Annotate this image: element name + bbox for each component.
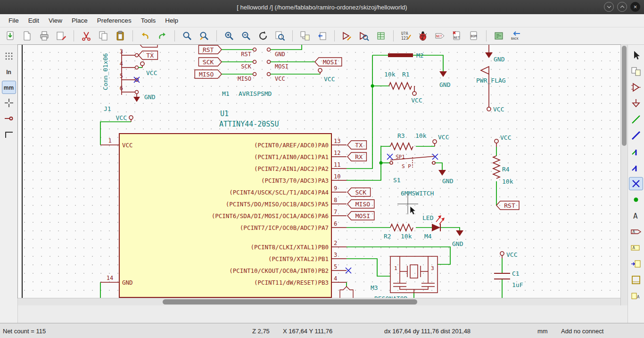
place-bus-button[interactable]	[629, 129, 643, 142]
erc-button[interactable]	[416, 29, 429, 42]
place-power-port-button[interactable]	[629, 97, 643, 110]
component-m3-resonator[interactable]: 1 3 M3 RESONATOR	[371, 256, 438, 298]
paste-button[interactable]	[114, 29, 127, 42]
menu-item-help[interactable]: Help	[160, 15, 183, 26]
menu-item-edit[interactable]: Edit	[24, 15, 44, 26]
units-inches-button[interactable]: In	[2, 65, 16, 78]
redo-button[interactable]	[156, 29, 169, 42]
pin-number: 6	[120, 85, 123, 92]
pin-number: 14	[107, 275, 113, 281]
undo-button[interactable]	[139, 29, 152, 42]
svg-text:6MMSWITCH: 6MMSWITCH	[401, 190, 434, 197]
cut-button[interactable]	[80, 29, 93, 42]
netlist-button[interactable]: NET	[433, 29, 446, 42]
svg-text:S1: S1	[393, 177, 401, 184]
component-c1[interactable]: VCC C1 1uF	[494, 251, 523, 288]
hv-wire-mode-button[interactable]	[2, 127, 16, 141]
place-hierarchical-sheet-button[interactable]	[629, 273, 643, 287]
find-replace-button[interactable]	[198, 29, 211, 42]
pin-name: (PCINT4/USCK/SCL/T1/ADC4)PA4	[229, 189, 329, 196]
back-annotate-button[interactable]: BACK	[509, 29, 522, 42]
schematic-canvas[interactable]: U1 ATTINY44-20SSU 13(PCINT0/AREF/ADC0)PA…	[18, 45, 620, 298]
sheet-settings-button[interactable]	[21, 29, 34, 42]
zoom-in-button[interactable]	[223, 29, 236, 42]
copy-button[interactable]	[97, 29, 110, 42]
place-hierarchical-label-button[interactable]: A	[629, 241, 643, 254]
vertical-scrollbar[interactable]	[620, 45, 627, 305]
power-vcc-pin1[interactable]: VCC	[116, 114, 133, 122]
vertical-scrollbar-thumb[interactable]	[622, 46, 627, 146]
window-shade-button[interactable]	[604, 2, 614, 12]
clipped-label	[340, 287, 353, 298]
window-maximize-button[interactable]	[617, 2, 627, 12]
zoom-redraw-button[interactable]	[256, 29, 270, 42]
units-mm-button[interactable]: mm	[2, 81, 16, 94]
menu-item-place[interactable]: Place	[67, 15, 92, 26]
svg-text:R2: R2	[384, 233, 391, 240]
horizontal-scrollbar[interactable]	[18, 298, 620, 305]
eeschema-window: [ helloworld /] (/home/fablabo/ramiro-or…	[0, 0, 644, 338]
junction-dot	[380, 161, 383, 165]
place-component-button[interactable]	[629, 81, 643, 94]
find-button[interactable]	[181, 29, 194, 42]
power-flag[interactable]: GND PWR_FLAG VCC	[476, 45, 506, 113]
component-s1[interactable]: SP1 S P S1 6MMSWITCH GND	[387, 154, 454, 197]
global-label-text: MOSI	[323, 59, 338, 66]
save-button[interactable]	[4, 29, 17, 42]
edit-fields-button[interactable]	[374, 29, 388, 42]
library-editor-button[interactable]	[340, 29, 354, 42]
component-r3[interactable]: R3 10k VCC	[390, 132, 449, 150]
hierarchy-navigator-button[interactable]	[629, 65, 643, 78]
top-toolbar: U?A123NETNETBOMBACK	[0, 27, 644, 45]
pin-name: (PCINT6/SDA/DI/MOSI/OC1A/ADC6)PA6	[212, 212, 329, 220]
annotate-button[interactable]: U?A123	[399, 29, 413, 42]
print-button[interactable]	[38, 29, 51, 42]
menu-item-file[interactable]: File	[4, 15, 24, 26]
pcbnew-button[interactable]	[492, 29, 505, 42]
bus-to-bus-entry-button[interactable]	[629, 161, 643, 174]
svg-text:M1: M1	[222, 90, 230, 97]
component-m4-led[interactable]: LED M4 GND	[422, 214, 463, 247]
window-close-button[interactable]: ×	[630, 2, 640, 12]
menu-item-view[interactable]: View	[44, 15, 67, 26]
horizontal-scrollbar-thumb[interactable]	[163, 299, 417, 304]
bom-button[interactable]: BOM	[467, 29, 480, 42]
place-junction-button[interactable]	[629, 193, 643, 206]
select-tool-button[interactable]	[629, 49, 643, 62]
menu-item-preferences[interactable]: Preferences	[92, 15, 136, 26]
show-hidden-pins-button[interactable]	[2, 112, 16, 125]
zoom-out-button[interactable]	[239, 29, 253, 42]
status-units: mm	[537, 328, 548, 335]
svg-text:10k: 10k	[401, 233, 412, 240]
library-browser-button[interactable]	[357, 29, 371, 42]
place-net-label-button[interactable]: A	[629, 209, 643, 222]
menu-bar: FileEditViewPlacePreferencesToolsHelp	[0, 14, 644, 27]
wire-to-bus-entry-button[interactable]	[629, 145, 643, 158]
import-sheet-pin-button[interactable]	[629, 257, 643, 270]
component-j1[interactable]: Conn_01x06 J1 3TX4VCC56GND	[102, 45, 157, 112]
zoom-fit-button[interactable]	[273, 29, 287, 42]
component-u1[interactable]: U1 ATTINY44-20SSU 13(PCINT0/AREF/ADC0)PA…	[100, 110, 374, 298]
bottom-filler	[18, 305, 620, 323]
leave-sheet-button[interactable]	[315, 29, 329, 42]
grid-toggle-button[interactable]	[2, 50, 16, 63]
place-no-connect-button[interactable]	[629, 177, 643, 190]
menu-item-tools[interactable]: Tools	[136, 15, 161, 26]
place-sheet-pin-button[interactable]: A	[629, 289, 643, 303]
pin-name: GND	[275, 51, 285, 58]
plot-button[interactable]	[55, 29, 68, 42]
navigate-hierarchy-button[interactable]	[298, 29, 312, 42]
toolbar-separator	[132, 30, 133, 42]
cursor-shape-button[interactable]	[2, 96, 16, 110]
pwr-flag-symbol	[481, 67, 489, 74]
svg-text:SP1: SP1	[396, 154, 405, 160]
component-r4[interactable]: VCC R4 10k RST	[493, 134, 519, 210]
component-m1[interactable]: M1 AVRISPSMD RSTRSTSCKSCKMISOMISOGNDMOSI…	[195, 45, 342, 97]
svg-text:M4: M4	[424, 233, 432, 240]
cvpcb-button[interactable]: NET	[450, 29, 463, 42]
component-r1[interactable]: 10k R1 VCC	[384, 71, 422, 104]
component-r2[interactable]: R2 10k	[384, 224, 413, 240]
place-wire-button[interactable]	[629, 113, 643, 126]
place-global-label-button[interactable]: A	[629, 225, 643, 238]
component-m2[interactable]: M2 GND	[388, 52, 451, 88]
